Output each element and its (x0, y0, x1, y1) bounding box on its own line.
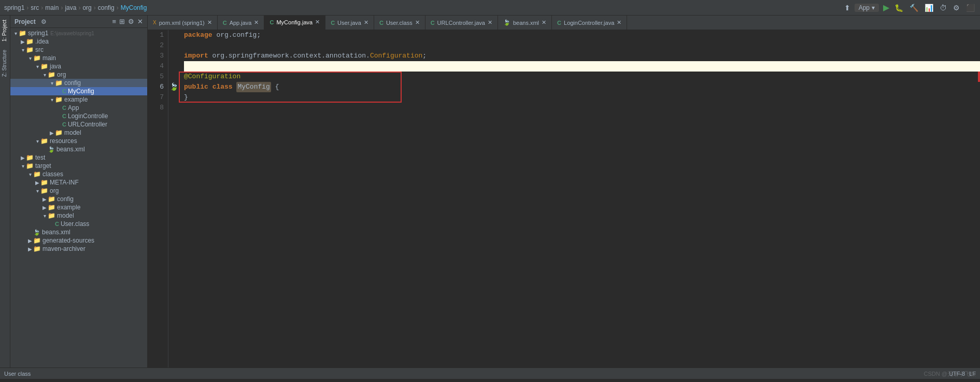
folder-icon-test: 📁 (26, 154, 34, 161)
code-line-8 (184, 103, 980, 113)
panel-gear-icon[interactable]: ⚙ (128, 18, 134, 25)
build-icon[interactable]: 🔨 (908, 3, 919, 13)
tree-item-resources[interactable]: ▾ 📁 resources (10, 137, 147, 145)
tree-item-beans-xml[interactable]: ▶ 🍃 beans.xml (10, 145, 147, 153)
tab-close-user[interactable]: ✕ (364, 19, 368, 26)
tree-item-spring1[interactable]: ▾ 📁 spring1 E:\javaweb\spring1 (10, 29, 147, 37)
code-line-6: public class MyConfig { (184, 82, 980, 92)
gutter: 🍃 (168, 30, 179, 367)
folder-icon-metainf: 📁 (40, 179, 48, 186)
tab-user-class[interactable]: C User.class ✕ (374, 16, 425, 30)
java-tab-icon-url: C (431, 20, 435, 26)
tab-app-java[interactable]: C App.java ✕ (218, 16, 265, 30)
tree-item-org[interactable]: ▾ 📁 org (10, 70, 147, 79)
tree-item-beans-xml2[interactable]: ▶ 🍃 beans.xml (10, 228, 147, 236)
tree-item-myconfig[interactable]: ▶ C MyConfig (10, 87, 147, 95)
tab-close-url[interactable]: ✕ (488, 19, 492, 26)
folder-icon-generated: 📁 (33, 237, 41, 244)
tree-item-target[interactable]: ▾ 📁 target (10, 162, 147, 170)
scroll-marker (978, 72, 980, 82)
breadcrumb-config[interactable]: config (98, 4, 115, 11)
code-editor[interactable]: 1 2 3 4 5 6 7 8 🍃 (148, 30, 980, 367)
toolbar-right: ⬆ App ▾ ▶ 🐛 🔨 📊 ⏱ ⚙ ⬛ (844, 3, 976, 13)
tab-bar: X pom.xml (spring1) ✕ C App.java ✕ C MyC… (148, 16, 980, 30)
editor-area: X pom.xml (spring1) ✕ C App.java ✕ C MyC… (148, 16, 980, 367)
project-tree: ▾ 📁 spring1 E:\javaweb\spring1 ▶ 📁 .idea… (10, 28, 147, 367)
vcs-update-icon[interactable]: ⬆ (844, 4, 850, 12)
tree-item-config[interactable]: ▾ 📁 config (10, 79, 147, 87)
tree-item-classes[interactable]: ▾ 📁 classes (10, 170, 147, 178)
tree-item-userclass[interactable]: ▶ C User.class (10, 220, 147, 228)
side-tab-project[interactable]: 1: Project (0, 16, 10, 46)
tree-item-urlcontroller[interactable]: ▶ C URLController (10, 120, 147, 129)
tree-item-metainf[interactable]: ▶ 📁 META-INF (10, 178, 147, 187)
tree-item-generated-sources[interactable]: ▶ 📁 generated-sources (10, 236, 147, 245)
tab-pom-xml[interactable]: X pom.xml (spring1) ✕ (148, 16, 218, 30)
java-tab-icon-app: C (223, 20, 227, 26)
settings-icon[interactable]: ⚙ (952, 3, 961, 13)
tab-close-login[interactable]: ✕ (617, 19, 621, 26)
breadcrumb-main[interactable]: main (45, 4, 59, 11)
tab-myconfig-java[interactable]: C MyConfig.java ✕ (264, 16, 325, 30)
tab-logincontroller-java[interactable]: C LoginController.java ✕ (552, 16, 627, 30)
tree-item-maven-archiver[interactable]: ▶ 📁 maven-archiver (10, 245, 147, 253)
tree-item-org2[interactable]: ▾ 📁 org (10, 187, 147, 195)
tab-beans-xml[interactable]: 🍃 beans.xml ✕ (498, 16, 552, 30)
tab-close-beans[interactable]: ✕ (542, 19, 546, 26)
code-content[interactable]: package org.config; import org.springfra… (179, 30, 980, 367)
breadcrumb-spring1[interactable]: spring1 (4, 4, 24, 11)
tree-item-config2[interactable]: ▶ 📁 config (10, 195, 147, 203)
breadcrumb-src[interactable]: src (31, 4, 39, 11)
status-class-label: User class (4, 371, 31, 377)
debug-button[interactable]: 🐛 (893, 3, 904, 13)
run-button[interactable]: ▶ (883, 3, 889, 12)
folder-icon-org2: 📁 (40, 187, 48, 194)
tree-item-idea[interactable]: ▶ 📁 .idea (10, 37, 147, 46)
panel-layout-icon[interactable]: ⊞ (119, 18, 125, 25)
panel-collapse-icon[interactable]: ≡ (112, 18, 116, 25)
tab-user-java[interactable]: C User.java ✕ (325, 16, 374, 30)
folder-icon-resources: 📁 (40, 137, 48, 145)
code-line-5: @Configuration (184, 72, 980, 82)
tree-item-java[interactable]: ▾ 📁 java (10, 62, 147, 70)
line-numbers: 1 2 3 4 5 6 7 8 (148, 30, 168, 367)
code-line-3: import org.springframework.context.annot… (184, 51, 980, 61)
tree-item-logincontroller[interactable]: ▶ C LoginControlle (10, 112, 147, 120)
tab-close-userclass[interactable]: ✕ (415, 19, 420, 26)
tab-close-app[interactable]: ✕ (254, 19, 259, 26)
folder-icon-config2: 📁 (48, 195, 55, 203)
tree-item-example2[interactable]: ▶ 📁 example (10, 203, 147, 211)
tree-item-model[interactable]: ▶ 📁 model (10, 129, 147, 137)
tree-item-example[interactable]: ▾ 📁 example (10, 95, 147, 104)
panel-close-icon[interactable]: ✕ (137, 18, 143, 25)
code-line-1: package org.config; (184, 30, 980, 40)
tree-item-test[interactable]: ▶ 📁 test (10, 153, 147, 162)
watermark: CSDN @无名小飞猿 (924, 370, 976, 378)
folder-icon-maven: 📁 (33, 245, 41, 252)
tab-close-pom[interactable]: ✕ (207, 19, 212, 26)
panel-settings-icon[interactable]: ⚙ (41, 18, 47, 25)
run-config-dropdown[interactable]: App ▾ (855, 4, 879, 12)
tree-item-app[interactable]: ▶ C App (10, 104, 147, 112)
tab-urlcontroller-java[interactable]: C URLController.java ✕ (425, 16, 498, 30)
coverage-icon[interactable]: 📊 (924, 3, 934, 13)
side-tab-structure[interactable]: Z: Structure (0, 46, 10, 81)
java-class-icon-app: C (62, 105, 66, 111)
breadcrumb-java[interactable]: java (65, 4, 76, 11)
layout-icon[interactable]: ⬛ (965, 3, 976, 13)
java-class-icon-myconfig: C (62, 88, 66, 94)
folder-icon-example2: 📁 (48, 204, 55, 211)
tree-item-main[interactable]: ▾ 📁 main (10, 54, 147, 62)
tree-item-model2[interactable]: ▾ 📁 model (10, 211, 147, 220)
breadcrumb-myconfig[interactable]: MyConfig (121, 4, 147, 11)
tab-close-myconfig[interactable]: ✕ (315, 19, 320, 25)
java-tab-icon-user: C (331, 20, 335, 26)
code-line-7: } (184, 92, 980, 103)
folder-icon-config: 📁 (55, 79, 63, 87)
java-tab-icon-login: C (557, 20, 561, 26)
folder-icon-idea: 📁 (26, 38, 34, 45)
breadcrumb-org[interactable]: org (82, 4, 91, 11)
profile-icon[interactable]: ⏱ (939, 3, 948, 13)
tree-item-src[interactable]: ▾ 📁 src (10, 46, 147, 54)
folder-icon-src: 📁 (26, 46, 34, 53)
